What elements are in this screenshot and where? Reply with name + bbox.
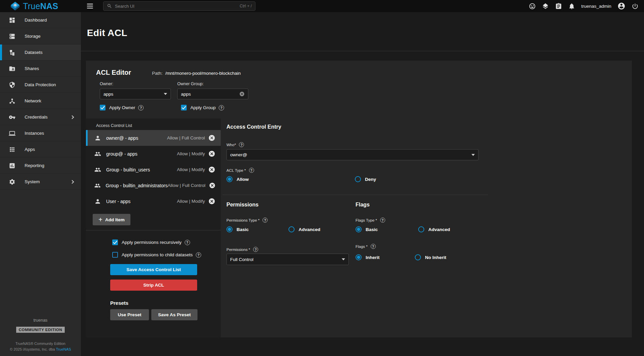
user-avatar-icon[interactable] (617, 2, 625, 10)
edition-badge: COMMUNITY EDITION (16, 327, 64, 333)
flags-no-inherit-radio[interactable]: No Inherit (415, 254, 446, 260)
sidebar-item-credentials[interactable]: Credentials (0, 109, 81, 125)
permissions-type-advanced-radio[interactable]: Advanced (288, 226, 320, 232)
owner-label: Owner: (100, 82, 171, 86)
path-label: Path: (152, 71, 163, 76)
who-select[interactable]: owner@ (226, 149, 479, 160)
owner-group-label: Owner Group: (177, 82, 248, 86)
permissions-type-basic-radio[interactable]: Basic (226, 226, 249, 232)
page-background: TrueNAS Ctrl + / truenas_admin (0, 0, 644, 356)
gear-icon (9, 179, 16, 185)
flags-type-basic-radio[interactable]: Basic (356, 226, 378, 232)
apply-owner-checkbox[interactable]: Apply Owner (100, 105, 177, 110)
acl-entry-row[interactable]: Group - builtin_users Allow | Modify (86, 162, 221, 177)
datasets-tree-icon (9, 49, 16, 56)
apps-grid-icon (9, 146, 16, 153)
acl-editor-title: ACL Editor (96, 69, 131, 76)
acl-entry-row[interactable]: group@ - apps Allow | Modify (86, 146, 221, 162)
help-icon[interactable] (380, 218, 385, 223)
remove-entry-icon[interactable] (209, 182, 216, 189)
save-acl-button[interactable]: Save Access Control List (110, 264, 197, 275)
add-item-button[interactable]: + Add Item (93, 214, 130, 225)
checkbox-checked-icon (181, 105, 187, 110)
plus-icon: + (98, 216, 102, 223)
remove-entry-icon[interactable] (208, 166, 215, 173)
sidebar-item-network[interactable]: Network (0, 93, 81, 109)
jobs-clipboard-icon[interactable] (555, 3, 562, 10)
radio-selected-icon (226, 226, 233, 232)
apply-recursively-checkbox[interactable]: Apply permissions recursively (112, 239, 221, 245)
help-icon[interactable] (253, 247, 258, 252)
apply-child-datasets-checkbox[interactable]: Apply permissions to child datasets (112, 252, 221, 258)
owner-group-input[interactable]: apps (177, 89, 248, 99)
radio-unselected-icon (355, 176, 361, 182)
permissions-select[interactable]: Full Control (226, 254, 349, 265)
menu-hamburger-icon[interactable] (87, 2, 94, 10)
strip-acl-button[interactable]: Strip ACL (110, 280, 197, 291)
remove-entry-icon[interactable] (208, 134, 215, 141)
acl-type-label: ACL Type * (226, 168, 254, 173)
acl-type-deny-radio[interactable]: Deny (355, 176, 376, 182)
feedback-smiley-icon[interactable] (529, 3, 536, 10)
flags-inherit-radio[interactable]: Inherit (356, 254, 379, 260)
sidebar-item-storage[interactable]: Storage (0, 28, 81, 44)
owner-select[interactable]: apps (100, 89, 171, 99)
radio-selected-icon (356, 226, 362, 232)
who-label: Who* (226, 142, 244, 147)
shares-folder-icon (9, 65, 16, 72)
sidebar-item-reporting[interactable]: Reporting (0, 158, 81, 174)
sidebar-item-data-protection[interactable]: Data Protection (0, 77, 81, 93)
sidebar-item-dashboard[interactable]: Dashboard (0, 12, 81, 28)
help-icon[interactable] (196, 252, 201, 258)
help-icon[interactable] (138, 105, 144, 110)
key-icon (9, 114, 16, 121)
presets-title: Presets (110, 300, 221, 306)
permissions-section-title: Permissions (226, 202, 258, 208)
help-icon[interactable] (263, 218, 268, 223)
ace-title: Access Control Entry (226, 124, 281, 130)
divider (222, 195, 488, 195)
remove-entry-icon[interactable] (208, 150, 215, 157)
acl-entry-row[interactable]: Group - builtin_administrators Allow | F… (86, 177, 221, 193)
sidebar-item-apps[interactable]: Apps (0, 141, 81, 158)
checkbox-checked-icon (112, 239, 118, 245)
apply-group-checkbox[interactable]: Apply Group (181, 105, 258, 110)
search-icon (107, 3, 112, 9)
sidebar-item-shares[interactable]: Shares (0, 61, 81, 77)
sidebar-item-instances[interactable]: Instances (0, 125, 81, 141)
page-header: Edit ACL (81, 12, 644, 51)
access-control-entry-panel: Access Control Entry Who* owner@ ACL Typ… (221, 119, 632, 337)
save-as-preset-button[interactable]: Save As Preset (151, 309, 197, 320)
radio-unselected-icon (288, 226, 295, 232)
edition-footer-line: TrueNAS® Community Edition (0, 342, 81, 346)
radio-unselected-icon (415, 254, 421, 260)
group-icon (94, 166, 101, 173)
sidebar-item-system[interactable]: System (0, 174, 81, 190)
help-icon[interactable] (371, 244, 376, 249)
acl-entry-row[interactable]: owner@ - apps Allow | Full Control (86, 130, 221, 146)
truenas-logo[interactable]: TrueNAS (0, 1, 81, 11)
chevron-down-icon (342, 258, 345, 260)
truenas-footer-link[interactable]: TrueNAS (56, 347, 71, 351)
flags-type-advanced-radio[interactable]: Advanced (418, 226, 450, 232)
alerts-bell-icon[interactable] (568, 3, 575, 10)
power-icon[interactable] (632, 3, 639, 10)
help-icon[interactable] (219, 105, 224, 110)
help-icon[interactable] (249, 168, 254, 173)
remove-entry-icon[interactable] (208, 198, 215, 205)
acl-editor-card: ACL Editor Path: /mnt/monero-pool/monero… (86, 61, 632, 337)
sidebar-item-datasets[interactable]: Datasets (0, 44, 81, 61)
global-search[interactable]: Ctrl + / (103, 1, 255, 11)
clear-input-icon[interactable] (239, 91, 245, 97)
use-preset-button[interactable]: Use Preset (110, 309, 149, 320)
acl-entry-row[interactable]: User - apps Allow | Modify (86, 193, 221, 209)
acl-type-allow-radio[interactable]: Allow (226, 176, 249, 182)
layers-icon[interactable] (542, 3, 549, 10)
search-input[interactable] (115, 4, 237, 9)
laptop-icon (9, 130, 16, 137)
truenas-logo-icon (10, 1, 20, 11)
help-icon[interactable] (185, 240, 190, 245)
help-icon[interactable] (239, 142, 244, 147)
person-icon (94, 198, 101, 205)
flags-type-label: Flags Type * (356, 218, 385, 223)
